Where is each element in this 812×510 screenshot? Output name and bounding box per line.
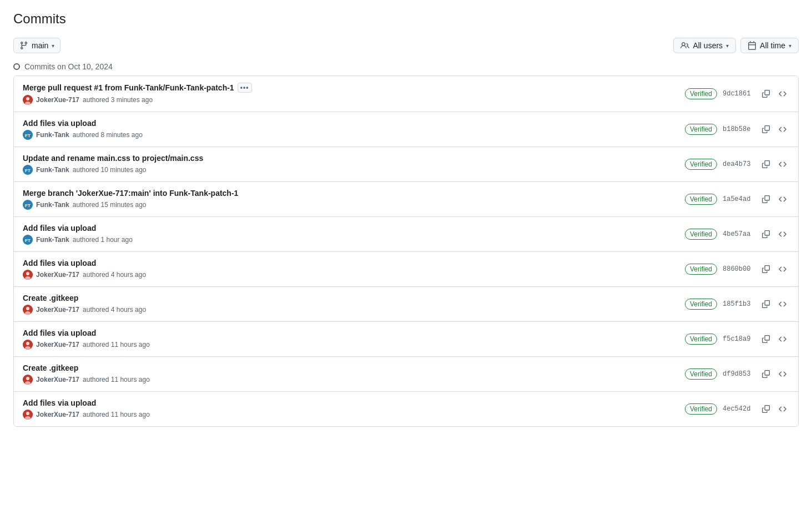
chevron-down-icon-time: ▾ bbox=[789, 43, 791, 49]
commit-message: Add files via upload bbox=[23, 329, 685, 337]
copy-hash-button[interactable] bbox=[759, 193, 773, 206]
commit-meta: JokerXue-717 authored 4 hours ago bbox=[23, 305, 685, 315]
verified-badge: Verified bbox=[685, 403, 717, 415]
copy-hash-button[interactable] bbox=[759, 402, 773, 416]
commit-right: Verified 1a5e4ad bbox=[685, 193, 789, 206]
commit-right: Verified dea4b73 bbox=[685, 158, 789, 171]
commit-left: Create .gitkeep JokerXue-717 authored 4 … bbox=[23, 294, 685, 315]
commit-message-text: Add files via upload bbox=[23, 119, 96, 128]
copy-hash-button[interactable] bbox=[759, 228, 773, 241]
commit-author[interactable]: JokerXue-717 bbox=[36, 306, 79, 314]
commit-hash[interactable]: f5c18a9 bbox=[723, 335, 754, 343]
commit-message-text: Add files via upload bbox=[23, 329, 96, 337]
svg-text:FT: FT bbox=[25, 203, 31, 208]
copy-hash-button[interactable] bbox=[759, 332, 773, 346]
commit-hash[interactable]: 4be57aa bbox=[723, 230, 754, 238]
browse-repo-button[interactable] bbox=[776, 332, 789, 346]
commits-list: Merge pull request #1 from Funk-Tank/Fun… bbox=[13, 75, 799, 427]
browse-repo-button[interactable] bbox=[776, 297, 789, 311]
browse-repo-button[interactable] bbox=[776, 87, 789, 100]
avatar bbox=[23, 95, 33, 105]
svg-text:FT: FT bbox=[25, 168, 31, 173]
browse-repo-button[interactable] bbox=[776, 193, 789, 206]
action-icons bbox=[759, 123, 789, 136]
svg-point-18 bbox=[26, 342, 29, 345]
commit-message-text: Add files via upload bbox=[23, 398, 96, 407]
commit-author[interactable]: JokerXue-717 bbox=[36, 96, 79, 104]
commit-hash[interactable]: 8860b00 bbox=[723, 265, 754, 273]
svg-point-22 bbox=[25, 381, 31, 385]
commit-left: Create .gitkeep JokerXue-717 authored 11… bbox=[23, 363, 685, 385]
commit-author[interactable]: Funk-Tank bbox=[36, 236, 69, 244]
commit-hash[interactable]: 185f1b3 bbox=[723, 300, 754, 308]
branch-label: main bbox=[32, 41, 48, 50]
commit-message-text: Create .gitkeep bbox=[23, 294, 78, 302]
commit-time: authored 11 hours ago bbox=[83, 376, 150, 383]
commit-meta: FT Funk-Tank authored 10 minutes ago bbox=[23, 165, 685, 175]
commit-author[interactable]: JokerXue-717 bbox=[36, 411, 79, 418]
commit-message: Add files via upload bbox=[23, 119, 685, 128]
commit-hash[interactable]: b18b58e bbox=[723, 125, 754, 133]
commit-hash[interactable]: 1a5e4ad bbox=[723, 195, 754, 203]
commit-right: Verified 8860b00 bbox=[685, 262, 789, 276]
commit-left: Add files via upload JokerXue-717 author… bbox=[23, 398, 685, 420]
commit-time: authored 4 hours ago bbox=[83, 271, 146, 279]
all-time-filter[interactable]: All time ▾ bbox=[740, 38, 799, 53]
copy-hash-button[interactable] bbox=[759, 367, 773, 381]
commit-left: Add files via upload FT Funk-Tank author… bbox=[23, 224, 685, 245]
action-icons bbox=[759, 297, 789, 311]
commit-item: Create .gitkeep JokerXue-717 authored 4 … bbox=[14, 287, 798, 322]
commit-time: authored 1 hour ago bbox=[73, 236, 133, 244]
commit-meta: JokerXue-717 authored 11 hours ago bbox=[23, 410, 685, 420]
commit-time: authored 4 hours ago bbox=[83, 306, 146, 314]
avatar: FT bbox=[23, 165, 33, 175]
commit-author[interactable]: JokerXue-717 bbox=[36, 271, 79, 279]
copy-hash-button[interactable] bbox=[759, 297, 773, 311]
copy-hash-button[interactable] bbox=[759, 123, 773, 136]
copy-hash-button[interactable] bbox=[759, 87, 773, 100]
all-users-filter[interactable]: All users ▾ bbox=[673, 38, 736, 53]
browse-repo-button[interactable] bbox=[776, 402, 789, 416]
commit-message: Add files via upload bbox=[23, 224, 685, 233]
commit-hash[interactable]: 4ec542d bbox=[723, 405, 754, 413]
page-title: Commits bbox=[13, 11, 799, 27]
commit-message-text: Create .gitkeep bbox=[23, 363, 78, 372]
commit-time: authored 3 minutes ago bbox=[83, 96, 153, 104]
commit-author[interactable]: Funk-Tank bbox=[36, 131, 69, 139]
commit-author[interactable]: Funk-Tank bbox=[36, 166, 69, 174]
commit-dots-btn[interactable]: ••• bbox=[238, 83, 252, 93]
svg-text:FT: FT bbox=[25, 238, 31, 243]
action-icons bbox=[759, 228, 789, 241]
verified-badge: Verified bbox=[685, 299, 717, 310]
verified-badge: Verified bbox=[685, 88, 717, 99]
section-date: Commits on Oct 10, 2024 bbox=[24, 62, 113, 71]
commit-time: authored 10 minutes ago bbox=[73, 166, 147, 174]
users-icon bbox=[680, 41, 689, 50]
branch-selector[interactable]: main ▾ bbox=[13, 38, 60, 53]
copy-hash-button[interactable] bbox=[759, 158, 773, 171]
commit-message-text: Update and rename main.css to project/ma… bbox=[23, 154, 203, 163]
commit-author[interactable]: Funk-Tank bbox=[36, 201, 69, 209]
commit-hash[interactable]: dea4b73 bbox=[723, 160, 754, 168]
avatar: FT bbox=[23, 235, 33, 245]
commit-left: Add files via upload JokerXue-717 author… bbox=[23, 329, 685, 350]
commit-right: Verified b18b58e bbox=[685, 123, 789, 136]
commit-meta: JokerXue-717 authored 11 hours ago bbox=[23, 375, 685, 385]
browse-repo-button[interactable] bbox=[776, 367, 789, 381]
commit-meta: FT Funk-Tank authored 1 hour ago bbox=[23, 235, 685, 245]
verified-badge: Verified bbox=[685, 229, 717, 240]
commit-message: Add files via upload bbox=[23, 398, 685, 407]
commit-author[interactable]: JokerXue-717 bbox=[36, 341, 79, 349]
browse-repo-button[interactable] bbox=[776, 123, 789, 136]
all-time-label: All time bbox=[760, 41, 785, 50]
action-icons bbox=[759, 193, 789, 206]
copy-hash-button[interactable] bbox=[759, 262, 773, 276]
avatar: FT bbox=[23, 130, 33, 140]
browse-repo-button[interactable] bbox=[776, 262, 789, 276]
browse-repo-button[interactable] bbox=[776, 228, 789, 241]
browse-repo-button[interactable] bbox=[776, 158, 789, 171]
commit-hash[interactable]: 9dc1861 bbox=[723, 90, 754, 98]
commit-hash[interactable]: df9d853 bbox=[723, 370, 754, 378]
commit-author[interactable]: JokerXue-717 bbox=[36, 376, 79, 383]
commit-time: authored 11 hours ago bbox=[83, 341, 150, 349]
